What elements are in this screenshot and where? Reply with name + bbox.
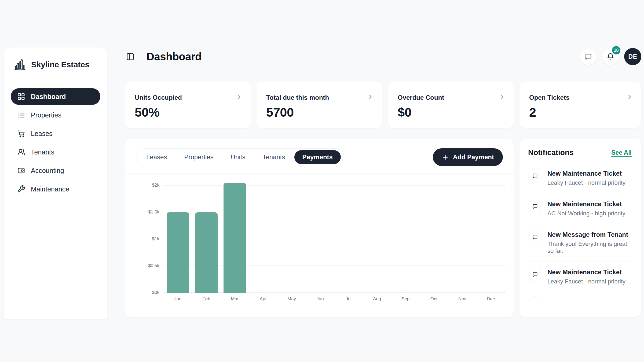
sidebar-item-label: Dashboard xyxy=(31,93,66,101)
stat-card-total-due[interactable]: Total due this month 5700 xyxy=(257,82,382,128)
sidebar-item-label: Tenants xyxy=(31,148,54,156)
stat-label: Overdue Count xyxy=(398,94,504,101)
tab-payments[interactable]: Payments xyxy=(294,150,341,164)
entity-tabs: Leases Properties Units Tenants Payments xyxy=(136,148,343,166)
chevron-right-icon[interactable] xyxy=(626,93,633,102)
stat-card-units-occupied[interactable]: Units Occupied 50% xyxy=(125,82,251,128)
stat-card-overdue-count[interactable]: Overdue Count $0 xyxy=(388,82,514,128)
header-actions: 18 DE xyxy=(580,48,641,65)
notification-item[interactable]: New Maintenance Ticket AC Not Working - … xyxy=(528,193,633,224)
dashboard-screen: Skyline Estates Dashboard Propert xyxy=(0,0,644,362)
wrench-icon xyxy=(17,185,25,193)
chat-bubble-icon xyxy=(528,268,542,282)
notifications-button[interactable]: 18 xyxy=(602,48,619,65)
avatar[interactable]: DE xyxy=(624,48,641,65)
layout-grid-icon xyxy=(17,93,25,101)
y-axis-tick: $0.5k xyxy=(148,263,159,268)
stat-card-open-tickets[interactable]: Open Tickets 2 xyxy=(519,82,641,128)
wallet-icon xyxy=(17,167,25,175)
x-axis-label: Apr xyxy=(249,296,277,302)
y-axis-tick: $1.5k xyxy=(148,209,159,215)
notifications-header: Notifications See All xyxy=(519,139,641,163)
notification-title: New Maintenance Ticket xyxy=(547,268,625,276)
skyline-logo-icon xyxy=(13,58,27,72)
x-axis-label: Jan xyxy=(164,296,192,302)
list-icon xyxy=(17,111,25,119)
stat-value: 50% xyxy=(135,105,241,120)
chart-bar-jan[interactable] xyxy=(167,212,189,293)
sidebar: Skyline Estates Dashboard Propert xyxy=(4,47,107,319)
notification-item[interactable]: New Maintenance Ticket Leaky Faucet - no… xyxy=(528,163,633,193)
add-payment-label: Add Payment xyxy=(453,153,494,161)
notifications-title: Notifications xyxy=(528,148,574,157)
sidebar-item-leases[interactable]: Leases xyxy=(11,125,100,142)
x-axis-label: Nov xyxy=(448,296,477,302)
stat-value: $0 xyxy=(398,105,504,120)
notification-subtitle: Thank you! Everything is great so far. xyxy=(547,241,633,254)
y-axis-tick: $1k xyxy=(152,236,159,242)
tab-units[interactable]: Units xyxy=(223,150,254,164)
messages-button[interactable] xyxy=(580,48,597,65)
stat-value: 5700 xyxy=(266,105,372,120)
sidebar-toggle-button[interactable] xyxy=(126,53,134,61)
chart-header: Leases Properties Units Tenants Payments… xyxy=(125,139,514,173)
plus-icon xyxy=(442,154,449,161)
sidebar-item-maintenance[interactable]: Maintenance xyxy=(11,181,100,197)
stat-label: Units Occupied xyxy=(135,94,241,101)
chat-bubble-icon xyxy=(585,53,592,60)
stat-label: Total due this month xyxy=(266,94,372,101)
page-title: Dashboard xyxy=(147,51,202,63)
brand-name: Skyline Estates xyxy=(31,60,89,69)
tab-leases[interactable]: Leases xyxy=(138,150,175,164)
notification-title: New Maintenance Ticket xyxy=(547,170,625,177)
x-axis-label: Sep xyxy=(391,296,420,302)
notification-subtitle: Leaky Faucet - normal priority xyxy=(547,278,625,285)
chevron-right-icon[interactable] xyxy=(498,93,506,102)
chevron-right-icon[interactable] xyxy=(235,93,243,102)
tab-tenants[interactable]: Tenants xyxy=(254,150,293,164)
sidebar-nav: Dashboard Properties Leases xyxy=(11,88,100,197)
stat-cards-row: Units Occupied 50% Total due this month … xyxy=(125,82,641,128)
bell-icon xyxy=(607,53,614,60)
notifications-list: New Maintenance Ticket Leaky Faucet - no… xyxy=(519,163,641,310)
stat-value: 2 xyxy=(529,105,632,120)
tab-properties[interactable]: Properties xyxy=(176,150,221,164)
users-icon xyxy=(17,148,25,156)
chart-bar-mar[interactable] xyxy=(224,183,246,293)
shopping-cart-icon xyxy=(17,130,25,138)
bars-layer xyxy=(164,183,505,293)
x-axis-label: Aug xyxy=(363,296,391,302)
sidebar-item-label: Properties xyxy=(31,111,61,119)
notification-subtitle: AC Not Working - high priority xyxy=(547,210,625,217)
panel-left-icon xyxy=(126,53,134,61)
bar-chart-plot: $0k $0.5k $1k $1.5k $2k xyxy=(164,183,505,293)
notification-item[interactable]: New Maintenance Ticket Leaky Faucet - no… xyxy=(528,261,633,292)
sidebar-item-properties[interactable]: Properties xyxy=(11,107,100,123)
add-payment-button[interactable]: Add Payment xyxy=(433,148,503,166)
sidebar-item-tenants[interactable]: Tenants xyxy=(11,144,100,160)
notification-title: New Maintenance Ticket xyxy=(547,200,625,208)
page-header: Dashboard 18 DE xyxy=(126,48,641,65)
notifications-panel: Notifications See All New Maintenance Ti… xyxy=(519,139,641,317)
sidebar-item-dashboard[interactable]: Dashboard xyxy=(11,88,100,105)
chevron-right-icon[interactable] xyxy=(367,93,374,102)
chart-bar-feb[interactable] xyxy=(195,212,218,293)
notification-subtitle: Leaky Faucet - normal priority xyxy=(547,179,625,186)
y-axis-tick: $0k xyxy=(152,290,159,295)
x-axis-label: Jun xyxy=(306,296,334,302)
y-axis-tick: $2k xyxy=(152,183,159,188)
sidebar-item-label: Leases xyxy=(31,130,53,138)
chat-bubble-icon xyxy=(528,200,542,213)
sidebar-item-accounting[interactable]: Accounting xyxy=(11,162,100,179)
payments-chart-panel: Leases Properties Units Tenants Payments… xyxy=(125,139,514,317)
notification-item[interactable]: New Message from Tenant Thank you! Every… xyxy=(528,224,633,261)
truncated-notification-icon xyxy=(528,296,542,310)
x-axis-label: Oct xyxy=(420,296,448,302)
stat-label: Open Tickets xyxy=(529,94,632,101)
chat-bubble-icon xyxy=(528,230,542,244)
chat-bubble-icon xyxy=(528,169,542,183)
x-axis-label: Feb xyxy=(192,296,221,302)
x-axis-label: Jul xyxy=(334,296,363,302)
see-all-link[interactable]: See All xyxy=(610,149,633,157)
notification-title: New Message from Tenant xyxy=(547,231,633,238)
